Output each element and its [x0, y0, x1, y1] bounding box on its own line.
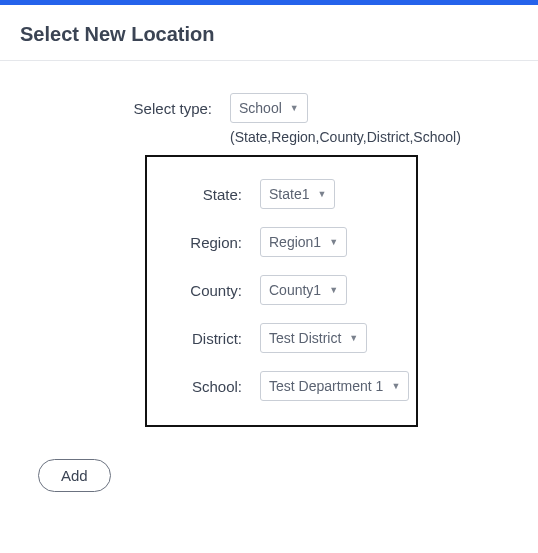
action-row: Add — [20, 443, 518, 492]
label-region: Region: — [175, 234, 260, 251]
chevron-down-icon: ▼ — [329, 237, 338, 247]
row-district: District: Test District ▼ — [147, 323, 416, 353]
select-type-hint: (State,Region,County,District,School) — [230, 129, 518, 145]
dialog-title: Select New Location — [20, 23, 518, 46]
chevron-down-icon: ▼ — [317, 189, 326, 199]
chevron-down-icon: ▼ — [290, 103, 299, 113]
select-region-value: Region1 — [269, 234, 321, 250]
row-county: County: County1 ▼ — [147, 275, 416, 305]
select-district-value: Test District — [269, 330, 341, 346]
select-county[interactable]: County1 ▼ — [260, 275, 347, 305]
chevron-down-icon: ▼ — [349, 333, 358, 343]
location-hierarchy-box: State: State1 ▼ Region: Region1 ▼ County… — [145, 155, 418, 427]
label-district: District: — [175, 330, 260, 347]
add-button[interactable]: Add — [38, 459, 111, 492]
select-type[interactable]: School ▼ — [230, 93, 308, 123]
dialog-header: Select New Location — [0, 5, 538, 61]
row-state: State: State1 ▼ — [147, 179, 416, 209]
select-school[interactable]: Test Department 1 ▼ — [260, 371, 409, 401]
select-school-value: Test Department 1 — [269, 378, 383, 394]
form-area: Select type: School ▼ (State,Region,Coun… — [0, 61, 538, 512]
select-region[interactable]: Region1 ▼ — [260, 227, 347, 257]
label-school: School: — [175, 378, 260, 395]
label-select-type: Select type: — [20, 100, 230, 117]
select-state-value: State1 — [269, 186, 309, 202]
chevron-down-icon: ▼ — [391, 381, 400, 391]
select-district[interactable]: Test District ▼ — [260, 323, 367, 353]
row-school: School: Test Department 1 ▼ — [147, 371, 416, 401]
row-select-type: Select type: School ▼ — [20, 93, 518, 123]
select-type-value: School — [239, 100, 282, 116]
select-county-value: County1 — [269, 282, 321, 298]
label-state: State: — [175, 186, 260, 203]
label-county: County: — [175, 282, 260, 299]
select-state[interactable]: State1 ▼ — [260, 179, 335, 209]
row-region: Region: Region1 ▼ — [147, 227, 416, 257]
chevron-down-icon: ▼ — [329, 285, 338, 295]
